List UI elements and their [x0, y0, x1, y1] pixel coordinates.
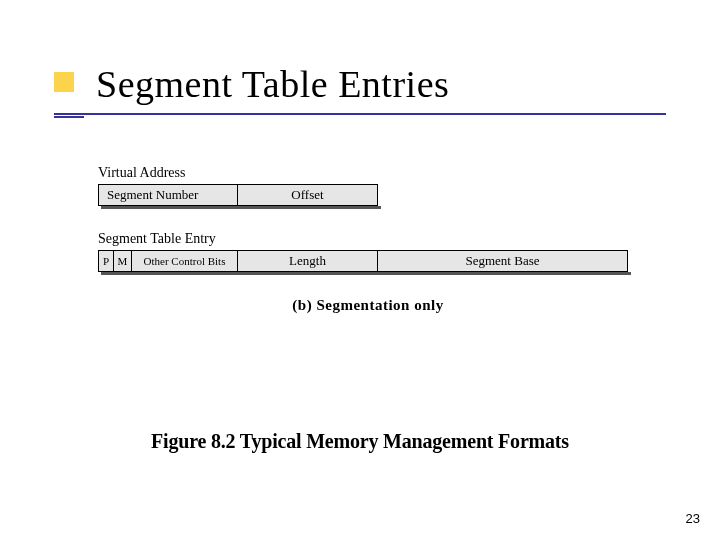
sub-caption-text: (b) Segmentation only [292, 297, 443, 313]
ste-other-control-bits-cell: Other Control Bits [132, 250, 238, 272]
segment-table-entry-label: Segment Table Entry [98, 231, 638, 247]
header-rule [54, 113, 666, 115]
slide: Segment Table Entries Virtual Address Se… [0, 0, 720, 540]
row-shadow [101, 272, 631, 275]
virtual-address-row: Segment Number Offset [98, 184, 638, 206]
virtual-address-label: Virtual Address [98, 165, 638, 181]
segment-table-entry-row: P M Other Control Bits Length Segment Ba… [98, 250, 638, 272]
sub-caption: (b) Segmentation only [98, 297, 638, 314]
header-rule-accent [54, 116, 84, 118]
figure-area: Virtual Address Segment Number Offset Se… [98, 165, 638, 314]
page-number: 23 [686, 511, 700, 526]
va-segment-number-cell: Segment Number [98, 184, 238, 206]
ste-length-cell: Length [238, 250, 378, 272]
ste-m-cell: M [114, 250, 132, 272]
ste-segment-base-cell: Segment Base [378, 250, 628, 272]
slide-title: Segment Table Entries [96, 62, 449, 106]
ste-p-cell: P [98, 250, 114, 272]
va-offset-cell: Offset [238, 184, 378, 206]
header-accent-block [54, 72, 74, 92]
figure-caption: Figure 8.2 Typical Memory Management For… [0, 430, 720, 453]
